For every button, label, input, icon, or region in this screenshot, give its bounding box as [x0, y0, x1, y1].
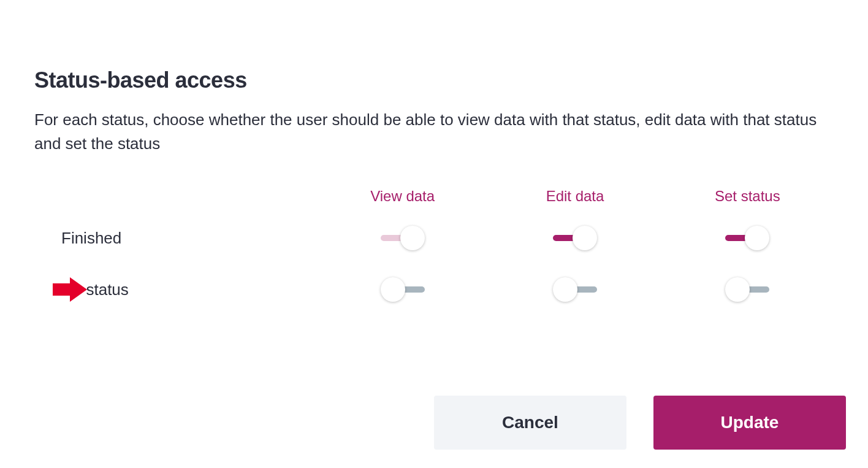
col-header-label: Edit data — [546, 188, 604, 205]
svg-marker-0 — [53, 277, 87, 302]
col-header-label: View data — [370, 188, 435, 205]
permissions-table: View data Edit data Set status FinishedN… — [34, 188, 834, 302]
toggle-knob — [573, 226, 597, 250]
panel-title: Status-based access — [34, 67, 834, 93]
toggle-edit[interactable] — [553, 277, 597, 302]
col-header-edit: Edit data — [489, 188, 661, 205]
toggle-view — [381, 226, 425, 250]
row-label: Finished — [34, 229, 316, 248]
toggle-set[interactable] — [725, 226, 769, 250]
col-header-label: Set status — [715, 188, 780, 205]
panel-description: For each status, choose whether the user… — [34, 108, 831, 156]
table-header-row: View data Edit data Set status — [34, 188, 834, 205]
table-row: Finished — [34, 226, 834, 250]
toggle-edit[interactable] — [553, 226, 597, 250]
table-row: No status — [34, 277, 834, 302]
perm-cell — [489, 277, 661, 302]
toggle-set[interactable] — [725, 277, 769, 302]
perm-cell — [316, 277, 489, 302]
perm-cell — [661, 277, 834, 302]
pointer-arrow-icon — [53, 277, 87, 302]
status-access-panel: Status-based access For each status, cho… — [0, 0, 868, 302]
toggle-knob — [725, 277, 750, 302]
cancel-button[interactable]: Cancel — [434, 396, 626, 450]
toggle-knob — [553, 277, 577, 302]
toggle-knob — [381, 277, 405, 302]
toggle-view[interactable] — [381, 277, 425, 302]
perm-cell — [661, 226, 834, 250]
toggle-knob — [745, 226, 769, 250]
update-button[interactable]: Update — [653, 396, 846, 450]
toggle-knob — [400, 226, 425, 250]
perm-cell — [489, 226, 661, 250]
perm-cell — [316, 226, 489, 250]
footer-actions: Cancel Update — [434, 396, 846, 450]
col-header-set: Set status — [661, 188, 834, 205]
col-header-view: View data — [316, 188, 489, 205]
